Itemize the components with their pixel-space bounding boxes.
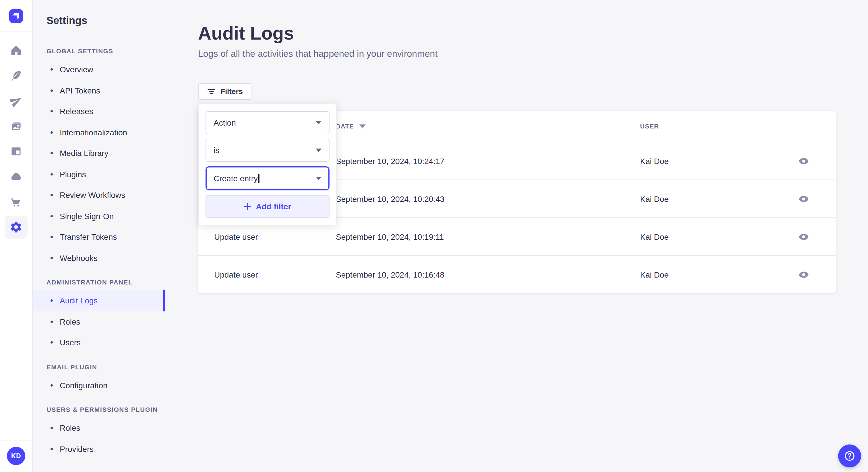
- cell-user: Kai Doe: [640, 270, 797, 279]
- section-label: ADMINISTRATION PANEL: [46, 279, 165, 285]
- strapi-logo[interactable]: [0, 0, 32, 32]
- sidebar-title: Settings: [46, 15, 165, 27]
- sidebar-item-review-workflows[interactable]: Review Workflows: [32, 185, 165, 206]
- cell-action: Update user: [214, 232, 336, 241]
- help-button[interactable]: [838, 444, 861, 467]
- sidebar-item-transfer-tokens[interactable]: Transfer Tokens: [32, 227, 165, 247]
- bullet-icon: [51, 341, 53, 344]
- chevron-down-icon: [316, 177, 321, 180]
- bullet-icon: [51, 384, 53, 386]
- filters-button[interactable]: Filters: [198, 83, 251, 100]
- cell-date: September 10, 2024, 10:20:43: [336, 194, 640, 203]
- bullet-icon: [51, 152, 53, 155]
- paper-plane-icon[interactable]: [5, 90, 28, 112]
- plus-icon: [244, 203, 251, 210]
- settings-gear-icon[interactable]: [5, 216, 28, 239]
- cell-user: Kai Doe: [640, 194, 797, 203]
- sidebar-item-releases[interactable]: Releases: [32, 101, 165, 122]
- section-email-plugin: EMAIL PLUGIN Configuration: [32, 363, 165, 396]
- cell-user: Kai Doe: [640, 232, 797, 241]
- cell-user: Kai Doe: [640, 156, 797, 165]
- chevron-down-icon: [316, 148, 321, 152]
- sidebar-item-admin-users[interactable]: Users: [32, 332, 165, 353]
- main-content: Audit Logs Logs of all the activities th…: [165, 0, 868, 472]
- filter-field-select[interactable]: Action: [206, 111, 330, 134]
- bullet-icon: [51, 173, 53, 175]
- section-label: EMAIL PLUGIN: [46, 363, 165, 370]
- main-nav-rail: KD: [0, 0, 33, 472]
- bullet-icon: [51, 90, 53, 92]
- filter-value-combobox[interactable]: Create entry: [206, 166, 330, 191]
- page-title: Audit Logs: [198, 24, 294, 42]
- sidebar-item-audit-logs[interactable]: Audit Logs: [32, 290, 165, 311]
- sidebar-item-single-sign-on[interactable]: Single Sign-On: [32, 206, 165, 227]
- section-users-permissions-plugin: USERS & PERMISSIONS PLUGIN Roles Provide…: [32, 406, 165, 460]
- cell-date: September 10, 2024, 10:24:17: [336, 156, 640, 165]
- section-global-settings: GLOBAL SETTINGS Overview API Tokens Rele…: [32, 47, 165, 268]
- section-administration-panel: ADMINISTRATION PANEL Audit Logs Roles Us…: [32, 279, 165, 353]
- filter-icon: [207, 87, 216, 96]
- cart-icon[interactable]: [5, 191, 28, 213]
- rail-footer: KD: [0, 440, 32, 472]
- sidebar-item-webhooks[interactable]: Webhooks: [32, 247, 165, 268]
- section-label: GLOBAL SETTINGS: [46, 47, 165, 55]
- bullet-icon: [51, 427, 53, 429]
- media-library-icon[interactable]: [5, 115, 28, 138]
- table-row[interactable]: Update user September 10, 2024, 10:16:48…: [198, 256, 836, 293]
- cell-date: September 10, 2024, 10:19:11: [336, 232, 640, 241]
- chevron-down-icon: [316, 121, 321, 125]
- sidebar-item-plugins[interactable]: Plugins: [32, 164, 165, 185]
- cell-date: September 10, 2024, 10:16:48: [336, 270, 640, 279]
- bullet-icon: [51, 300, 53, 302]
- sidebar-item-media-library[interactable]: Media Library: [32, 143, 165, 164]
- column-header-user: USER: [640, 123, 797, 130]
- bullet-icon: [51, 194, 53, 196]
- section-label: USERS & PERMISSIONS PLUGIN: [46, 406, 165, 413]
- bullet-icon: [51, 215, 53, 217]
- settings-sidebar: Settings GLOBAL SETTINGS Overview API To…: [32, 0, 165, 472]
- home-icon[interactable]: [5, 39, 28, 62]
- sidebar-item-api-tokens[interactable]: API Tokens: [32, 80, 165, 101]
- eye-icon[interactable]: [797, 230, 811, 243]
- eye-icon[interactable]: [797, 268, 811, 281]
- add-filter-button[interactable]: Add filter: [206, 195, 330, 218]
- sort-descending-icon[interactable]: [359, 124, 365, 128]
- sidebar-item-admin-roles[interactable]: Roles: [32, 311, 165, 332]
- layout-icon[interactable]: [5, 140, 28, 163]
- cell-action: Update user: [214, 270, 336, 279]
- sidebar-item-overview[interactable]: Overview: [32, 59, 165, 80]
- column-header-date[interactable]: DATE: [336, 123, 640, 130]
- eye-icon[interactable]: [797, 154, 811, 168]
- bullet-icon: [51, 110, 53, 113]
- sidebar-item-email-configuration[interactable]: Configuration: [32, 375, 165, 396]
- bullet-icon: [51, 321, 53, 323]
- sidebar-divider: [46, 37, 60, 37]
- bullet-icon: [51, 448, 53, 450]
- sidebar-item-internationalization[interactable]: Internationalization: [32, 122, 165, 143]
- bullet-icon: [51, 257, 53, 259]
- strapi-logo-icon: [9, 9, 23, 23]
- bullet-icon: [51, 236, 53, 238]
- text-cursor: [258, 174, 259, 183]
- filter-operator-select[interactable]: is: [206, 139, 330, 162]
- eye-icon[interactable]: [797, 192, 811, 206]
- user-avatar[interactable]: KD: [7, 447, 25, 465]
- question-mark-icon: [843, 450, 856, 462]
- feather-icon[interactable]: [5, 64, 28, 87]
- sidebar-item-up-providers[interactable]: Providers: [32, 438, 165, 460]
- cloud-icon[interactable]: [5, 165, 28, 188]
- filter-popover: Action is Create entry Add filter: [198, 104, 337, 225]
- bullet-icon: [51, 69, 53, 71]
- page-subtitle: Logs of all the activities that happened…: [198, 49, 437, 59]
- rail-icon-list: [5, 38, 28, 440]
- bullet-icon: [51, 131, 53, 134]
- app-root: KD Settings GLOBAL SETTINGS Overview API…: [0, 0, 868, 472]
- sidebar-item-up-roles[interactable]: Roles: [32, 417, 165, 438]
